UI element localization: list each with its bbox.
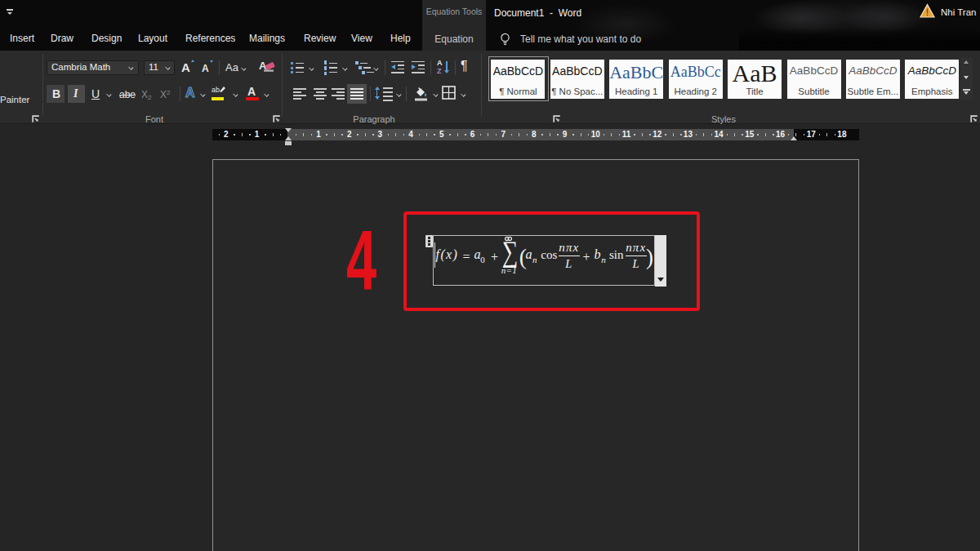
svg-text:ab: ab [212, 86, 220, 94]
